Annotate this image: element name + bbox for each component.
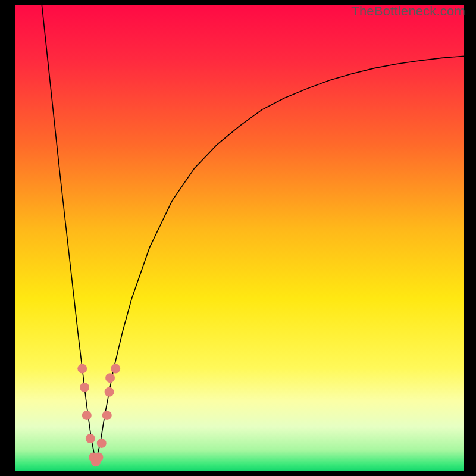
watermark-text: TheBottleneck.com [351,4,465,19]
trough-dot [105,373,115,383]
trough-dot [93,452,103,462]
trough-dot [105,387,114,397]
chart-svg [15,5,464,471]
plot-area [15,5,464,471]
trough-dot [97,439,107,448]
trough-dot [111,364,120,374]
trough-dot [77,364,87,374]
gradient-background [15,5,464,471]
trough-dot [102,411,112,420]
trough-dot [82,411,92,420]
trough-dot [80,383,89,392]
chart-frame: TheBottleneck.com [0,0,476,476]
trough-dot [86,434,95,443]
